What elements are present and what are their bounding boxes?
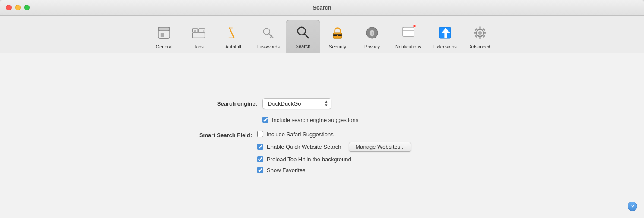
extensions-label: Extensions [433,44,457,49]
toolbar-item-notifications[interactable]: Notifications [389,21,427,53]
include-safari-label: Include Safari Suggestions [267,131,334,138]
autofill-icon [224,23,243,42]
general-label: General [156,44,173,49]
svg-point-19 [337,35,338,36]
toolbar-item-tabs[interactable]: ✕ + Tabs [181,21,216,53]
svg-text:+: + [203,29,205,33]
security-icon [328,23,347,42]
svg-line-16 [304,34,309,38]
svg-rect-29 [479,26,480,29]
window: Search General ✕ + [0,0,644,218]
svg-rect-32 [484,32,486,33]
general-icon [155,23,174,42]
smart-search-row: Smart Search Field: Include Safari Sugge… [171,131,411,173]
passwords-icon [259,23,278,42]
privacy-label: Privacy [364,44,380,49]
notifications-label: Notifications [395,44,421,49]
toolbar-item-autofill[interactable]: AutoFill [216,21,250,53]
include-suggestions-label: Include search engine suggestions [272,117,358,123]
passwords-label: Passwords [256,44,280,49]
settings-grid: Search engine: DuckDuckGo Google Bing Ya… [171,98,508,173]
advanced-label: Advanced [469,44,490,49]
svg-rect-7 [193,33,205,38]
autofill-label: AutoFill [225,44,241,49]
minimize-button[interactable] [15,5,21,10]
enable-quick-search-label: Enable Quick Website Search [267,144,341,150]
search-engine-select-wrapper: DuckDuckGo Google Bing Yahoo ▲ ▼ [262,98,331,109]
window-title: Search [313,4,331,11]
svg-point-37 [478,31,482,35]
notification-badge [413,24,416,28]
traffic-lights [6,5,30,10]
show-favorites-label: Show Favorites [267,167,306,173]
svg-rect-2 [161,33,164,37]
smart-search-label: Smart Search Field: [171,131,257,138]
title-bar: Search [0,0,644,16]
content-area: Search engine: DuckDuckGo Google Bing Ya… [0,53,644,218]
privacy-icon [363,23,382,42]
search-icon [294,23,313,42]
security-label: Security [329,44,346,49]
search-engine-row: Search engine: DuckDuckGo Google Bing Ya… [171,98,331,109]
toolbar-item-privacy[interactable]: Privacy [355,21,389,53]
toolbar-item-search[interactable]: Search [286,20,320,53]
svg-line-14 [270,36,271,38]
svg-rect-1 [158,27,170,31]
notifications-icon [399,23,418,42]
toolbar-item-extensions[interactable]: Extensions [427,21,463,53]
include-suggestions-checkbox[interactable] [262,117,268,123]
toolbar-item-advanced[interactable]: Advanced [463,21,497,53]
help-button[interactable]: ? [628,202,637,211]
extensions-icon [436,23,455,42]
include-suggestions-row: Include search engine suggestions [262,117,358,123]
enable-quick-search-checkbox[interactable] [257,144,263,150]
preload-top-hit-checkbox[interactable] [257,156,263,162]
show-favorites-row: Show Favorites [257,167,411,173]
advanced-icon [470,23,489,42]
preload-top-hit-label: Preload Top Hit in the background [267,156,351,163]
svg-rect-30 [479,37,480,39]
svg-line-8 [230,28,234,38]
search-engine-select[interactable]: DuckDuckGo Google Bing Yahoo [262,98,331,109]
manage-websites-button[interactable]: Manage Websites... [349,142,411,152]
close-button[interactable] [6,5,12,10]
show-favorites-checkbox[interactable] [257,167,263,173]
maximize-button[interactable] [24,5,30,10]
svg-text:✕: ✕ [194,29,196,33]
tabs-icon: ✕ + [189,23,208,42]
toolbar-item-security[interactable]: Security [320,21,355,53]
toolbar-item-general[interactable]: General [147,21,181,53]
svg-rect-24 [403,27,414,36]
toolbar-item-passwords[interactable]: Passwords [250,21,286,53]
include-safari-checkbox[interactable] [257,131,263,137]
enable-quick-search-row: Enable Quick Website Search Manage Websi… [257,142,411,152]
smart-search-checks: Include Safari Suggestions Enable Quick … [257,131,411,173]
include-safari-row: Include Safari Suggestions [257,131,411,138]
tabs-label: Tabs [194,44,204,49]
preload-top-hit-row: Preload Top Hit in the background [257,156,411,163]
svg-rect-31 [474,32,476,33]
search-label: Search [296,44,311,49]
search-engine-label: Search engine: [171,100,257,107]
toolbar: General ✕ + Tabs [0,16,644,53]
